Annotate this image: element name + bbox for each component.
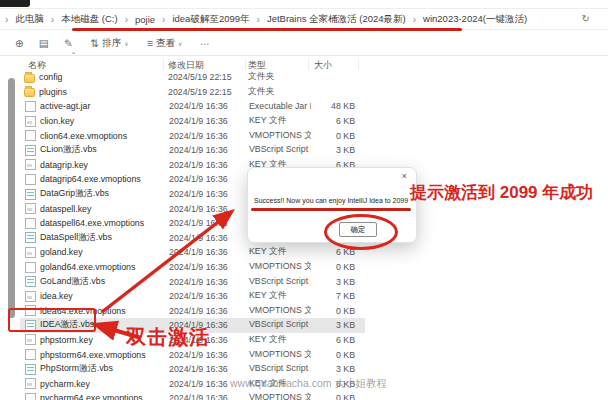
breadcrumb-item[interactable]: idea破解至2099年 xyxy=(172,13,249,26)
file-name: idea.key xyxy=(40,291,169,301)
file-row[interactable]: goland.key2024/1/9 16:36KEY 文件6 KB xyxy=(20,245,365,260)
chevron-down-icon: ∨ xyxy=(124,40,128,47)
file-date: 2024/1/9 16:36 xyxy=(169,350,249,360)
file-name: datagrip.key xyxy=(40,160,169,170)
file-icon xyxy=(25,334,36,345)
file-date: 2024/1/9 16:36 xyxy=(169,364,249,374)
breadcrumb-item[interactable]: 本地磁盘 (C:) xyxy=(61,13,117,26)
file-size: 7 KB xyxy=(311,291,355,301)
file-row[interactable]: GoLand激活.vbs2024/1/9 16:36VBScript Scrip… xyxy=(20,274,365,289)
file-row[interactable]: plugins2024/5/19 22:15文件夹 xyxy=(20,85,365,100)
file-date: 2024/1/9 16:36 xyxy=(169,189,249,199)
file-name: active-agt.jar xyxy=(40,101,169,111)
scrollbar-thumb[interactable] xyxy=(8,78,15,318)
column-header-type[interactable]: 类型 xyxy=(248,59,266,72)
file-type: 文件夹 xyxy=(248,71,310,83)
breadcrumb-item[interactable]: JetBrains 全家桶激活 (2024最新) xyxy=(267,13,406,26)
column-divider xyxy=(358,59,359,70)
file-icon xyxy=(25,159,36,170)
clipboard-icon[interactable]: ▤ xyxy=(39,37,49,49)
file-date: 2024/1/9 16:36 xyxy=(169,116,249,126)
file-date: 2024/1/9 16:36 xyxy=(169,145,249,155)
file-type: VMOPTIONS 文件 xyxy=(249,305,311,317)
file-date: 2024/1/9 16:36 xyxy=(169,204,249,214)
file-row[interactable]: clion.key2024/1/9 16:36KEY 文件6 KB xyxy=(20,114,365,129)
breadcrumb-separator-icon: › xyxy=(125,14,128,25)
file-type: KEY 文件 xyxy=(249,290,311,302)
file-type: KEY 文件 xyxy=(249,246,311,258)
sort-button[interactable]: ⇅ 排序 ∨ xyxy=(91,37,129,50)
more-options-button[interactable]: ⋯ xyxy=(200,38,211,49)
file-date: 2024/1/9 16:36 xyxy=(169,277,249,287)
file-date: 2024/1/9 16:36 xyxy=(169,131,249,141)
file-row[interactable]: goland64.exe.vmoptions2024/1/9 16:36VMOP… xyxy=(20,260,365,275)
idea-vbs-red-box-annotation xyxy=(8,308,96,332)
view-label: 查看 xyxy=(156,37,175,50)
address-bar: ›此电脑›本地磁盘 (C:)›pojie›idea破解至2099年›JetBra… xyxy=(0,8,608,30)
file-name: clion64.exe.vmoptions xyxy=(40,131,169,141)
breadcrumb: ›此电脑›本地磁盘 (C:)›pojie›idea破解至2099年›JetBra… xyxy=(5,13,527,26)
file-type: Executable Jar File xyxy=(249,101,311,111)
message-red-underline-annotation xyxy=(251,208,411,211)
file-row[interactable]: clion64.exe.vmoptions2024/1/9 16:36VMOPT… xyxy=(20,128,365,143)
new-icon[interactable]: ⊕ xyxy=(15,37,24,49)
view-button[interactable]: ≡ 查看 ∨ xyxy=(147,37,183,50)
success-note-annotation: 提示激活到 2099 年成功 xyxy=(410,181,593,204)
file-date: 2024/1/9 16:36 xyxy=(169,218,249,228)
file-type: VMOPTIONS 文件 xyxy=(249,349,311,361)
file-name: pycharm.key xyxy=(40,379,169,389)
file-date: 2024/1/9 16:36 xyxy=(169,291,249,301)
file-name: goland.key xyxy=(40,247,169,257)
column-header-name[interactable]: 名称 xyxy=(28,59,46,72)
refresh-icon[interactable]: ↻ xyxy=(582,13,590,24)
file-name: goland64.exe.vmoptions xyxy=(40,262,169,272)
file-icon xyxy=(25,116,36,127)
file-icon xyxy=(25,276,36,287)
file-size: 0 KB xyxy=(311,306,355,316)
close-icon[interactable]: × xyxy=(402,172,407,181)
file-icon xyxy=(25,203,36,214)
file-name: dataspell64.exe.vmoptions xyxy=(40,218,169,228)
file-icon xyxy=(25,232,36,243)
file-icon xyxy=(25,247,36,258)
file-row[interactable]: pycharm64.exe.vmoptions2024/1/9 16:36VMO… xyxy=(20,391,365,400)
file-name: phpstorm64.exe.vmoptions xyxy=(40,350,169,360)
dialog-message: Success!! Now you can enjoy IntelliJ Ide… xyxy=(254,197,408,204)
file-icon xyxy=(25,218,36,229)
file-size: 3 KB xyxy=(311,320,355,330)
file-name: DataGrip激活.vbs xyxy=(40,188,169,200)
file-type: VMOPTIONS 文件 xyxy=(249,261,311,273)
column-header-size[interactable]: 大小 xyxy=(314,59,332,72)
file-name: GoLand激活.vbs xyxy=(40,276,169,288)
file-row[interactable]: PhpStorm激活.vbs2024/1/9 16:36VBScript Scr… xyxy=(20,362,365,377)
folder-icon xyxy=(24,74,35,83)
rename-icon[interactable]: ✎ xyxy=(64,37,73,49)
file-date: 2024/1/9 16:36 xyxy=(169,174,249,184)
file-row[interactable]: CLion激活.vbs2024/1/9 16:36VBScript Script… xyxy=(20,143,365,158)
file-row[interactable]: config2024/5/19 22:15文件夹 xyxy=(20,70,365,85)
breadcrumb-item[interactable]: 此电脑 xyxy=(15,13,44,26)
file-size: 48 KB xyxy=(311,101,355,111)
breadcrumb-separator-icon: › xyxy=(162,14,165,25)
success-dialog: × Success!! Now you can enjoy IntelliJ I… xyxy=(247,167,417,243)
breadcrumb-item[interactable]: pojie xyxy=(135,14,155,25)
breadcrumb-item[interactable]: win2023-2024(一键激活) xyxy=(423,13,527,26)
file-name: plugins xyxy=(39,87,168,97)
column-header-date[interactable]: 修改日期 xyxy=(168,59,204,72)
file-icon xyxy=(25,349,36,360)
file-type: VMOPTIONS 文件 xyxy=(249,392,311,400)
file-date: 2024/1/9 16:36 xyxy=(169,233,249,243)
file-size: 3 KB xyxy=(311,145,355,155)
file-size: 3 KB xyxy=(311,364,355,374)
file-icon xyxy=(25,364,36,375)
file-date: 2024/1/9 16:36 xyxy=(169,393,249,400)
toolbar-divider xyxy=(0,55,608,56)
ok-button[interactable]: 确定 xyxy=(339,222,377,237)
file-row[interactable]: idea.key2024/1/9 16:36KEY 文件7 KB xyxy=(20,289,365,304)
file-size: 0 KB xyxy=(311,350,355,360)
file-row[interactable]: active-agt.jar2024/1/9 16:36Executable J… xyxy=(20,99,365,114)
file-name: datagrip64.exe.vmoptions xyxy=(40,174,169,184)
file-icon xyxy=(25,291,36,302)
file-name: pycharm64.exe.vmoptions xyxy=(40,393,169,400)
chevron-down-icon: ∨ xyxy=(178,40,182,47)
